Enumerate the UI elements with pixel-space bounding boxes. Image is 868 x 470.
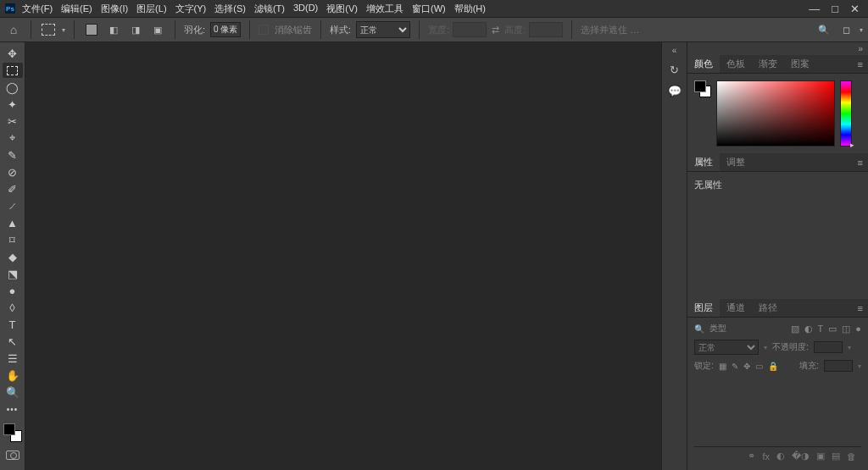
comments-panel-icon[interactable]: 💬 (668, 85, 682, 97)
minimize-button[interactable]: — (809, 3, 820, 15)
expand-dock-icon[interactable]: « (672, 46, 677, 55)
menu-help[interactable]: 帮助(H) (454, 3, 486, 15)
close-button[interactable]: ✕ (850, 3, 860, 15)
menu-3d[interactable]: 3D(D) (293, 3, 318, 15)
tab-patterns[interactable]: 图案 (784, 55, 816, 73)
pen-tool[interactable]: ◊ (3, 300, 23, 315)
menu-image[interactable]: 图像(I) (101, 3, 128, 15)
lock-all-icon: 🔒 (768, 362, 778, 371)
layer-mask-icon: ◐ (776, 451, 785, 462)
brush-tool[interactable]: ✐ (3, 181, 23, 196)
layer-fx-icon: fx (762, 451, 770, 462)
eyedropper-tool[interactable]: ✎ (3, 147, 23, 163)
new-adjustment-icon: �◑ (792, 451, 810, 462)
menu-view[interactable]: 视图(V) (326, 3, 358, 15)
layers-panel-body: 🔍 类型 ▧ ◐ T ▭ ◫ ● 正常 ▾ 不透明度: ▾ 锁定: (687, 318, 868, 470)
width-input (453, 22, 487, 37)
menu-items: 文件(F) 编辑(E) 图像(I) 图层(L) 文字(Y) 选择(S) 滤镜(T… (22, 3, 486, 15)
height-label: 高度: (504, 24, 526, 36)
home-button[interactable]: ⌂ (5, 21, 22, 38)
dodge-tool[interactable]: ● (3, 283, 23, 298)
tab-color[interactable]: 颜色 (687, 55, 720, 73)
marquee-tool[interactable] (3, 63, 23, 78)
menu-plugins[interactable]: 增效工具 (366, 3, 403, 15)
filter-pixel-icon[interactable]: ▧ (791, 323, 799, 335)
collapse-panels-icon[interactable]: » (687, 42, 868, 55)
healing-brush-tool[interactable]: ⊘ (3, 164, 23, 180)
style-select[interactable]: 正常 (356, 21, 410, 38)
lock-artboard-icon: ▭ (755, 362, 763, 371)
foreground-color-swatch[interactable] (3, 423, 15, 435)
eraser-tool[interactable]: ⌑ (3, 232, 23, 247)
hand-tool[interactable]: ✋ (3, 368, 23, 383)
frame-tool[interactable]: ⌖ (3, 130, 23, 146)
blur-tool[interactable]: ⬔ (3, 266, 23, 281)
selection-new-icon[interactable] (83, 21, 100, 38)
type-tool[interactable]: T (3, 317, 23, 332)
maximize-button[interactable]: □ (832, 3, 838, 15)
clone-stamp-tool[interactable]: ⟋ (3, 198, 23, 213)
move-tool[interactable]: ✥ (3, 46, 23, 61)
crop-tool[interactable]: ✂ (3, 113, 23, 129)
tab-swatches[interactable]: 色板 (720, 55, 752, 73)
filter-shape-icon[interactable]: ▭ (828, 323, 837, 335)
height-input (529, 22, 563, 37)
magic-wand-tool[interactable]: ✦ (3, 97, 23, 112)
gradient-tool[interactable]: ◆ (3, 249, 23, 264)
zoom-tool[interactable]: 🔍 (3, 384, 23, 400)
edit-toolbar[interactable]: ••• (3, 401, 23, 417)
color-swatch-pair[interactable] (694, 80, 711, 97)
filter-smart-icon[interactable]: ◫ (842, 323, 850, 335)
menu-layer[interactable]: 图层(L) (136, 3, 166, 15)
menu-select[interactable]: 选择(S) (214, 3, 246, 15)
tab-adjustments[interactable]: 调整 (720, 153, 752, 171)
color-field[interactable] (716, 80, 835, 147)
feather-input[interactable] (210, 22, 241, 37)
layer-filter-kind[interactable]: 类型 (709, 323, 726, 335)
opacity-input (814, 341, 843, 353)
layers-panel-tabs: 图层 通道 路径 ≡ (687, 299, 868, 318)
filter-adjust-icon[interactable]: ◐ (804, 323, 813, 335)
history-brush-tool[interactable]: ▲ (3, 215, 23, 230)
menu-file[interactable]: 文件(F) (22, 3, 53, 15)
menu-edit[interactable]: 编辑(E) (61, 3, 92, 15)
properties-panel-tabs: 属性 调整 ≡ (687, 153, 868, 172)
properties-panel-menu[interactable]: ≡ (853, 153, 868, 171)
shape-tool[interactable]: ☰ (3, 351, 23, 366)
menu-filter[interactable]: 滤镜(T) (254, 3, 285, 15)
workspace-switcher[interactable]: ◻ (837, 21, 854, 38)
selection-subtract-icon[interactable]: ◨ (127, 21, 144, 38)
tab-layers[interactable]: 图层 (687, 299, 720, 317)
opacity-label: 不透明度: (772, 341, 809, 353)
tab-gradients[interactable]: 渐变 (752, 55, 784, 73)
fill-label: 填充: (799, 360, 819, 372)
path-select-tool[interactable]: ↖ (3, 334, 23, 349)
history-panel-icon[interactable]: ↻ (670, 64, 679, 76)
filter-type-icon[interactable]: T (818, 323, 824, 335)
canvas-area[interactable] (25, 42, 661, 470)
window-controls: — □ ✕ (809, 3, 868, 15)
quickmask-toggle[interactable] (6, 451, 19, 460)
selection-intersect-icon[interactable]: ▣ (149, 21, 166, 38)
color-panel-tabs: 颜色 色板 渐变 图案 ≡ (687, 55, 868, 74)
search-icon: 🔍 (694, 324, 704, 334)
tool-preset[interactable] (40, 21, 57, 38)
tab-channels[interactable]: 通道 (720, 299, 752, 317)
tab-properties[interactable]: 属性 (687, 153, 720, 171)
tab-paths[interactable]: 路径 (752, 299, 784, 317)
selection-add-icon[interactable]: ◧ (105, 21, 122, 38)
lasso-tool[interactable]: ◯ (3, 80, 23, 95)
width-label: 宽度: (428, 24, 449, 36)
filter-toggle[interactable]: ● (855, 323, 861, 335)
color-panel-body (687, 74, 868, 153)
menu-window[interactable]: 窗口(W) (412, 3, 446, 15)
search-icon[interactable]: 🔍 (815, 21, 832, 38)
layers-panel-menu[interactable]: ≡ (853, 299, 868, 317)
menubar: Ps 文件(F) 编辑(E) 图像(I) 图层(L) 文字(Y) 选择(S) 滤… (0, 0, 868, 17)
right-panels: » 颜色 色板 渐变 图案 ≡ 属性 调整 ≡ 无属性 图层 通道 (687, 42, 868, 470)
hue-slider[interactable] (840, 80, 852, 147)
chevron-down-icon: ▾ (860, 26, 863, 34)
color-panel-menu[interactable]: ≡ (853, 55, 868, 73)
color-swatches[interactable] (3, 423, 22, 442)
menu-type[interactable]: 文字(Y) (175, 3, 207, 15)
